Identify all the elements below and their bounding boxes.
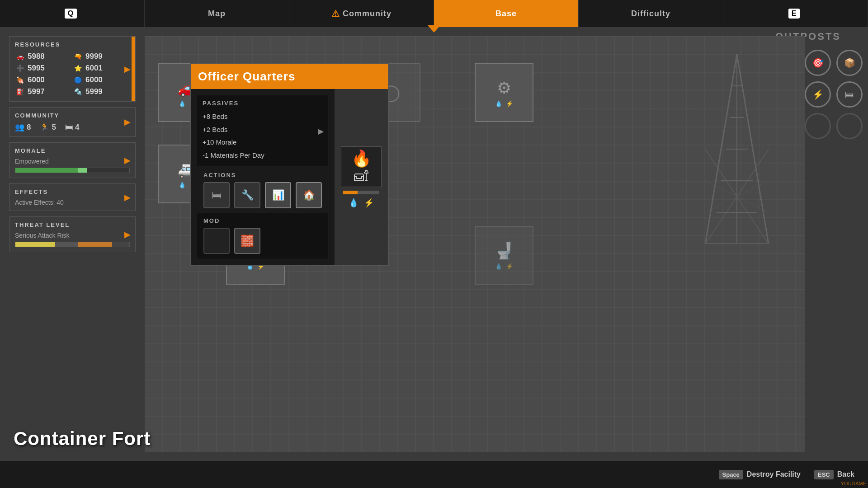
threat-bar-yellow — [15, 242, 55, 247]
resource-value-6: 5997 — [28, 87, 45, 96]
passives-list: +8 Beds +2 Beds +10 Morale -1 Materials … — [203, 110, 323, 162]
resources-expand-arrow[interactable]: ▶ — [124, 64, 131, 74]
resource-item-fuel: ⛽ 5997 — [15, 87, 68, 97]
circle-btn-bed[interactable]: 🛏 — [836, 81, 863, 108]
nav-e[interactable]: E — [723, 0, 868, 27]
morale-header: MORALE — [15, 147, 130, 154]
mod-label: MOD — [203, 217, 322, 224]
beds-value: 4 — [75, 123, 79, 132]
action-btn-stats[interactable]: 📊 — [265, 182, 291, 208]
facility-9-resources: 💧 ⚡ — [495, 263, 513, 270]
threat-bar-orange — [78, 242, 113, 247]
passive-item-0: +8 Beds — [203, 110, 323, 123]
resource-value-1: 9999 — [85, 52, 103, 61]
facility-9-icon: 🚽 — [494, 241, 514, 260]
community-row: 👥 8 🏃 5 🛏 4 — [15, 122, 130, 132]
resources-panel: RESOURCES 🚗 5988 🔫 9999 ➕ 5995 ⭐ 6001 — [9, 36, 136, 102]
e-key: E — [788, 9, 800, 19]
vehicle-icon: 🚗 — [15, 52, 25, 61]
threat-bar-dark — [112, 242, 129, 247]
facility-resource-indicators: 💧 ⚡ — [349, 198, 374, 208]
morale-bar-accent — [78, 168, 87, 173]
morale-status: Empowered — [15, 158, 130, 165]
passives-more-arrow[interactable]: ▶ — [318, 127, 324, 135]
effects-panel: EFFECTS Active Effects: 40 ▶ — [9, 183, 136, 211]
nav-community[interactable]: ⚠ Community — [289, 0, 434, 27]
resource-value-0: 5988 — [28, 52, 45, 61]
esc-key-badge: ESC — [814, 470, 834, 479]
action-btn-bed[interactable]: 🛏 — [203, 182, 230, 208]
popup-title: Officer Quarters — [191, 64, 388, 89]
tower-graphic — [696, 54, 778, 244]
facility-water-icon: 💧 — [349, 198, 359, 208]
resource-value-7: 5999 — [85, 87, 103, 96]
morale-expand-arrow[interactable]: ▶ — [124, 155, 131, 165]
back-label: Back — [837, 470, 854, 479]
facility-6-water: 💧 — [179, 182, 186, 188]
action-btn-home[interactable]: 🏠 — [296, 182, 322, 208]
bed-icon: 🛏 — [65, 123, 73, 132]
location-name: Container Fort — [14, 428, 151, 450]
mod-slot-1[interactable]: 🧱 — [234, 228, 260, 254]
community-expand-arrow[interactable]: ▶ — [124, 117, 131, 127]
circle-btn-target[interactable]: 🎯 — [805, 50, 831, 76]
action-btn-repair[interactable]: 🔧 — [234, 182, 260, 208]
ammo-icon: 🔫 — [73, 52, 83, 61]
resource-item-materials: 🔵 6000 — [73, 75, 126, 85]
popup-left-section: PASSIVES +8 Beds +2 Beds +10 Morale -1 M… — [191, 89, 335, 265]
resource-value-3: 6001 — [85, 64, 103, 73]
materials-icon: 🔵 — [73, 75, 83, 85]
nav-difficulty-label: Difficulty — [631, 9, 670, 19]
nav-base-label: Base — [495, 9, 517, 19]
facility-card-9[interactable]: 🚽 💧 ⚡ — [475, 226, 533, 285]
facility-power-icon: ⚡ — [364, 198, 374, 208]
actions-label: ACTIONS — [203, 172, 322, 178]
resource-value-2: 5995 — [28, 64, 45, 73]
mod-slot-0[interactable] — [203, 228, 230, 254]
nav-map[interactable]: Map — [145, 0, 289, 27]
resource-item-food: 🍖 6000 — [15, 75, 68, 85]
facility-5-resources: 💧 ⚡ — [495, 100, 513, 107]
morale-bar-fill — [15, 168, 78, 173]
resource-item-medicine: ➕ 5995 — [15, 63, 68, 73]
resource-value-5: 6000 — [85, 75, 103, 84]
medicine-icon: ➕ — [15, 63, 25, 73]
actions-grid: 🛏 🔧 📊 🏠 — [203, 182, 322, 208]
q-key: Q — [65, 9, 77, 19]
nav-active-arrow — [428, 25, 440, 33]
nav-q[interactable]: Q — [0, 0, 145, 27]
circle-btn-box[interactable]: 📦 — [836, 50, 863, 76]
circle-btn-empty1[interactable] — [805, 113, 831, 139]
nav-map-label: Map — [208, 9, 226, 19]
top-navigation: Q Map ⚠ Community Base Difficulty E — [0, 0, 868, 27]
threat-expand-arrow[interactable]: ▶ — [124, 230, 131, 239]
community-header: COMMUNITY — [15, 112, 130, 119]
threat-status: Serious Attack Risk — [15, 232, 130, 239]
actions-section: ACTIONS 🛏 🔧 📊 🏠 — [197, 167, 328, 213]
mod-section: MOD 🧱 — [197, 213, 328, 258]
destroy-facility-label: Destroy Facility — [747, 470, 801, 479]
warning-icon: ⚠ — [331, 8, 340, 19]
effects-header: EFFECTS — [15, 188, 130, 195]
effects-text: Active Effects: 40 — [15, 199, 130, 206]
resources-grid: 🚗 5988 🔫 9999 ➕ 5995 ⭐ 6001 🍖 6000 — [15, 52, 126, 97]
circle-btn-lightning[interactable]: ⚡ — [805, 81, 831, 108]
back-action[interactable]: ESC Back — [814, 470, 854, 479]
injured-icon: 🏃 — [40, 122, 49, 132]
influence-icon: ⭐ — [73, 63, 83, 73]
facility-preview-icon: 🔥 🛋 — [341, 146, 382, 187]
facility-card-5[interactable]: ⚙ 💧 ⚡ — [475, 63, 533, 122]
threat-header: THREAT LEVEL — [15, 221, 130, 228]
food-icon: 🍖 — [15, 75, 25, 85]
nav-base[interactable]: Base — [434, 0, 579, 27]
threat-bar — [15, 242, 130, 247]
passive-item-1: +2 Beds — [203, 123, 323, 136]
effects-expand-arrow[interactable]: ▶ — [124, 192, 131, 202]
facility-5-water: 💧 — [495, 100, 502, 107]
circle-btn-empty2[interactable] — [836, 113, 863, 139]
morale-panel: MORALE Empowered ▶ — [9, 142, 136, 178]
facility-health-bar-container — [343, 191, 379, 194]
nav-community-label: Community — [343, 9, 392, 19]
nav-difficulty[interactable]: Difficulty — [579, 0, 723, 27]
destroy-facility-action[interactable]: Space Destroy Facility — [719, 470, 801, 479]
